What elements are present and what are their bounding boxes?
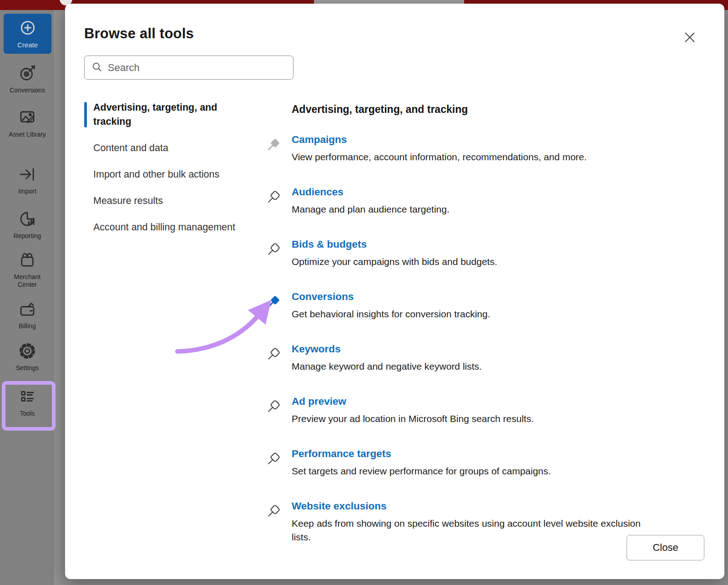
sidebar-item-label: Asset Library xyxy=(9,131,46,138)
tool-row-campaigns: Campaigns View performance, account info… xyxy=(266,133,647,164)
tool-description: Manage and plan audience targeting. xyxy=(292,203,450,216)
tool-row-performance-targets: Performance targets Set targets and revi… xyxy=(266,447,647,478)
pin-icon-unpinned[interactable] xyxy=(266,395,292,414)
category-advertising-targeting-tracking[interactable]: Advertising, targeting, and tracking xyxy=(84,101,239,129)
tool-row-bids-budgets: Bids & budgets Optimize your campaigns w… xyxy=(266,238,647,269)
sidebar-item-label: Merchant Center xyxy=(8,273,46,289)
import-arrow-icon xyxy=(18,165,37,186)
create-button[interactable]: Create xyxy=(4,14,51,54)
tool-description: View performance, account information, r… xyxy=(292,150,587,164)
category-import-bulk-actions[interactable]: Import and other bulk actions xyxy=(84,168,239,182)
sidebar-item-label: Conversions xyxy=(10,86,45,94)
plus-circle-icon xyxy=(19,19,37,38)
tool-row-keywords: Keywords Manage keyword and negative key… xyxy=(266,342,647,373)
sidebar-item-label: Billing xyxy=(19,322,35,330)
category-list: Advertising, targeting, and tracking Con… xyxy=(84,101,266,565)
gear-icon xyxy=(18,341,37,362)
sidebar-item-label: Reporting xyxy=(14,232,41,240)
shopping-bag-icon xyxy=(18,250,37,271)
sidebar-item-reporting[interactable]: Reporting xyxy=(0,209,55,240)
image-pen-icon xyxy=(18,108,37,129)
sidebar-item-tools[interactable]: Tools xyxy=(0,387,55,417)
tool-link-ad-preview[interactable]: Ad preview xyxy=(292,395,534,408)
tool-description: Set targets and review performance for g… xyxy=(292,464,551,478)
sidebar-item-import[interactable]: Import xyxy=(0,165,55,195)
tool-row-audiences: Audiences Manage and plan audience targe… xyxy=(266,185,647,216)
tool-link-performance-targets[interactable]: Performance targets xyxy=(292,447,551,461)
sidebar-item-label: Settings xyxy=(16,364,39,372)
left-sidebar: Create Conversions Asset Library Import … xyxy=(0,10,55,585)
browse-all-tools-dialog: Browse all tools Advertising, targeting,… xyxy=(65,4,724,579)
category-account-billing-management[interactable]: Account and billing management xyxy=(84,220,239,234)
tool-link-website-exclusions[interactable]: Website exclusions xyxy=(292,499,647,513)
tool-row-conversions: Conversions Get behavioral insights for … xyxy=(266,290,647,321)
wallet-icon xyxy=(18,300,37,320)
tool-description: Preview your ad location in Microsoft Bi… xyxy=(292,412,534,426)
tool-link-bids-budgets[interactable]: Bids & budgets xyxy=(292,238,497,251)
pin-icon-unpinned[interactable] xyxy=(266,342,292,361)
pin-icon-unpinned[interactable] xyxy=(266,499,292,519)
pin-icon-unpinned[interactable] xyxy=(266,238,292,257)
tool-link-keywords[interactable]: Keywords xyxy=(292,342,482,356)
pin-icon-unpinned[interactable] xyxy=(266,185,292,204)
search-input[interactable] xyxy=(108,62,287,74)
close-button[interactable]: Close xyxy=(627,535,704,560)
sidebar-item-settings[interactable]: Settings xyxy=(0,341,55,372)
tool-link-conversions[interactable]: Conversions xyxy=(292,290,490,304)
tool-description: Manage keyword and negative keyword list… xyxy=(292,360,482,373)
close-icon[interactable] xyxy=(682,30,697,45)
tool-link-campaigns[interactable]: Campaigns xyxy=(292,133,587,147)
tool-description: Optimize your campaigns with bids and bu… xyxy=(292,255,497,269)
sidebar-item-merchant-center[interactable]: Merchant Center xyxy=(0,250,55,289)
tool-description: Get behavioral insights for conversion t… xyxy=(292,307,490,321)
sidebar-item-label: Import xyxy=(18,188,36,195)
tool-list: Advertising, targeting, and tracking Cam… xyxy=(266,101,647,565)
pin-icon-pinned[interactable] xyxy=(266,133,292,152)
sidebar-item-billing[interactable]: Billing xyxy=(0,300,55,330)
pie-chart-icon xyxy=(18,209,37,230)
tools-search-box xyxy=(84,56,293,80)
search-icon xyxy=(91,61,103,75)
dialog-title: Browse all tools xyxy=(84,25,704,42)
section-heading: Advertising, targeting, and tracking xyxy=(292,103,647,116)
sidebar-item-label: Tools xyxy=(20,410,35,417)
list-icon xyxy=(18,387,37,408)
create-label: Create xyxy=(17,41,38,49)
tool-description: Keep ads from showing on specific websit… xyxy=(292,517,647,544)
pin-icon-pinned-blue[interactable] xyxy=(266,290,292,309)
tool-row-website-exclusions: Website exclusions Keep ads from showing… xyxy=(266,499,647,544)
tool-row-ad-preview: Ad preview Preview your ad location in M… xyxy=(266,395,647,426)
sidebar-item-conversions[interactable]: Conversions xyxy=(0,64,55,94)
sidebar-item-asset-library[interactable]: Asset Library xyxy=(0,108,55,138)
category-content-and-data[interactable]: Content and data xyxy=(84,141,239,155)
pin-icon-unpinned[interactable] xyxy=(266,447,292,466)
target-icon xyxy=(18,64,37,85)
category-measure-results[interactable]: Measure results xyxy=(84,194,239,208)
tool-link-audiences[interactable]: Audiences xyxy=(292,185,450,199)
